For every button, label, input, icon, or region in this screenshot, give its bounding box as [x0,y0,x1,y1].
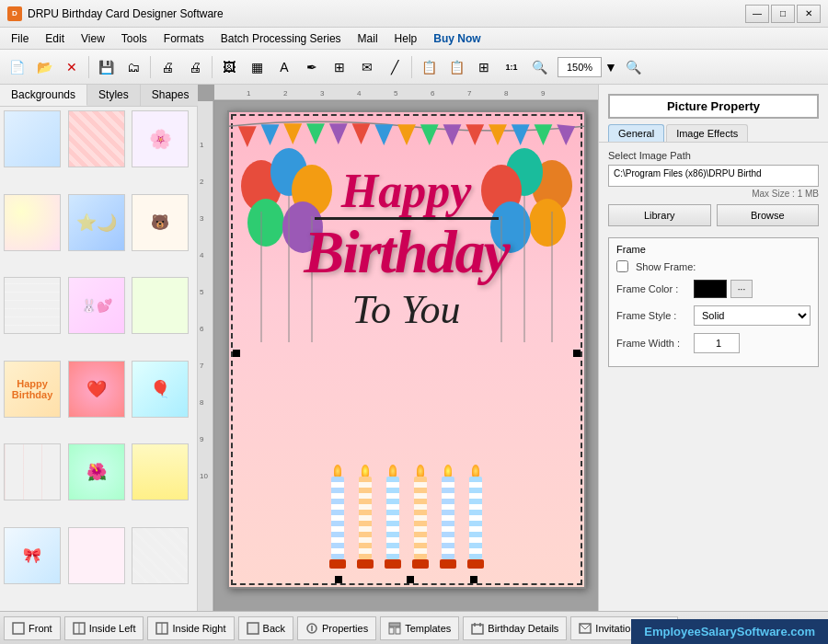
frame-style-select[interactable]: Solid Dashed Dotted Double [694,305,811,326]
handle-left[interactable] [233,350,240,357]
frame-color-dots-button[interactable]: ··· [730,280,753,298]
bg-thumb-1[interactable] [4,110,61,167]
handle-bottom-left[interactable] [335,576,342,583]
line-button[interactable]: ╱ [382,54,408,80]
barcode-button[interactable]: ▦ [244,54,270,80]
zoom-level: 150% [558,57,602,77]
bg-thumb-15[interactable] [132,443,189,500]
back-icon [247,622,259,635]
open-button[interactable]: 📂 [31,54,57,80]
menu-help[interactable]: Help [387,30,425,47]
tab-styles[interactable]: Styles [87,85,141,106]
qr-button[interactable]: ⊞ [327,54,352,80]
copy-button[interactable]: 📋 [443,54,469,80]
zoom-out-button[interactable]: 🔍 [620,54,646,80]
image-path-field[interactable]: C:\Program Files (x86)\DRPU Birthd [608,165,819,187]
save-as-button[interactable]: 🗂 [121,54,146,80]
app-title: DRPU Birthday Card Designer Software [28,7,224,20]
close-file-button[interactable]: ✕ [59,54,85,80]
status-inside-left[interactable]: Inside Left [64,616,144,640]
menu-formats[interactable]: Formats [156,30,212,47]
picture-property-header: Picture Property [608,94,819,119]
menu-batch[interactable]: Batch Processing Series [213,30,349,47]
status-birthday-details[interactable]: Birthday Details [463,616,567,640]
zoom-dropdown-button[interactable]: ▼ [604,54,618,80]
bg-thumb-4[interactable] [4,194,61,251]
menu-mail[interactable]: Mail [351,30,385,47]
menu-edit[interactable]: Edit [38,30,72,47]
status-back[interactable]: Back [238,616,293,640]
img-button[interactable]: 🖼 [216,54,242,80]
maximize-button[interactable]: □ [771,5,795,23]
svg-rect-62 [396,627,400,634]
bg-thumb-5[interactable]: ⭐🌙 [68,194,125,251]
candle-2 [357,465,374,569]
actual-size-button[interactable]: 1:1 [499,54,524,80]
svg-text:8: 8 [200,398,204,407]
handle-right[interactable] [573,350,581,357]
menu-buy-now[interactable]: Buy Now [426,30,488,47]
svg-text:6: 6 [200,325,204,333]
tab-shapes[interactable]: Shapes [141,85,201,106]
bg-thumb-13[interactable] [4,443,61,500]
menu-view[interactable]: View [74,30,112,47]
svg-rect-52 [13,623,24,634]
svg-marker-31 [466,124,484,145]
toolbar-sep1 [88,56,89,78]
bg-thumb-16[interactable]: 🎀 [4,527,61,584]
show-frame-checkbox[interactable] [616,260,628,272]
frame-color-swatch[interactable] [694,280,727,298]
frame-style-row: Frame Style : Solid Dashed Dotted Double [616,305,811,326]
bg-thumb-3[interactable]: 🌸 [132,110,189,167]
status-inside-right[interactable]: Inside Right [147,616,234,640]
bg-thumb-7[interactable] [4,277,61,334]
signature-button[interactable]: ✒ [299,54,325,80]
property-body: Select Image Path C:\Program Files (x86)… [599,143,828,611]
birthday-card-canvas[interactable]: Happy Birthday To You [227,110,586,589]
bg-thumb-18[interactable] [132,527,189,584]
tab-general[interactable]: General [608,124,664,142]
menu-file[interactable]: File [4,30,36,47]
tab-backgrounds[interactable]: Backgrounds [0,85,87,106]
status-properties[interactable]: Properties [297,616,376,640]
save-button[interactable]: 💾 [93,54,119,80]
handle-bottom-right[interactable] [470,576,477,583]
text-button[interactable]: A [271,54,297,80]
status-templates[interactable]: Templates [380,616,459,640]
bg-thumb-12[interactable]: 🎈 [132,361,189,418]
frame-width-row: Frame Width : [616,333,811,353]
candle-5 [440,465,456,569]
browse-button[interactable]: Browse [717,204,820,226]
bg-thumb-10[interactable]: HappyBirthday [4,361,61,418]
mail-button[interactable]: ✉ [354,54,380,80]
bg-thumb-9[interactable] [132,277,189,334]
minimize-button[interactable]: — [745,5,769,23]
frame-width-input[interactable] [694,333,740,353]
toolbar-sep3 [212,56,213,78]
print-preview-button[interactable]: 🖨 [182,54,208,80]
to-you-text: To You [269,286,545,333]
bg-thumb-14[interactable]: 🌺 [68,443,125,500]
inside-left-icon [73,622,86,635]
grid-button[interactable]: ⊞ [471,54,497,80]
svg-text:6: 6 [431,89,435,98]
status-front[interactable]: Front [4,616,61,640]
print-button[interactable]: 🖨 [155,54,180,80]
new-button[interactable]: 📄 [4,54,29,80]
menu-tools[interactable]: Tools [114,30,155,47]
paste-button[interactable]: 📋 [416,54,442,80]
handle-bottom-center[interactable] [407,576,414,583]
svg-text:3: 3 [320,89,325,98]
bg-thumb-17[interactable] [68,527,125,584]
candle-6 [467,465,484,569]
zoom-in-button[interactable]: 🔍 [526,54,552,80]
bg-thumb-6[interactable]: 🐻 [132,194,189,251]
svg-text:4: 4 [357,89,362,98]
bg-thumb-11[interactable]: ❤️ [68,361,125,418]
library-button[interactable]: Library [608,204,711,226]
close-button[interactable]: ✕ [797,5,821,23]
bg-thumb-8[interactable]: 🐰💕 [68,277,125,334]
bg-thumb-2[interactable] [68,110,125,167]
tab-image-effects[interactable]: Image Effects [666,124,748,142]
svg-rect-61 [389,627,394,634]
